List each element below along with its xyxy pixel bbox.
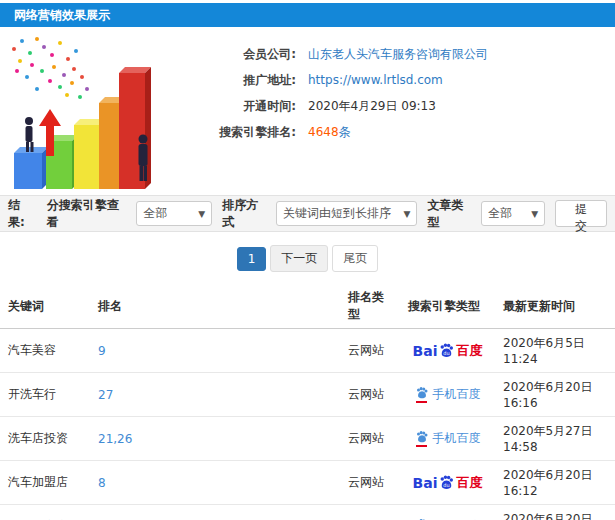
top-title-bar: 网络营销效果展示 [0,3,615,27]
rank-link[interactable]: 27 [98,388,113,402]
businessman-figure-right [139,135,148,182]
rank-type-text: 云网站 [348,431,384,445]
filter-bar: 结果: 分搜索引擎查看 全部 ▼ 排序方式 关键词由短到长排序 ▼ 文章类型 全… [0,195,615,232]
info-row-open-time: 开通时间: 2020年4月29日 09:13 [184,93,488,119]
confetti-dots [12,37,89,99]
table-row: 加盟洗车店 25,28,28 云网站 手机百度 2020年6月20日 [0,505,615,520]
baidu-logo: Bai du 百度 [413,474,483,492]
rank-count-unit: 条 [339,125,351,139]
table-row: 汽车美容 9 云网站 Bai du 百度 2020年6月5日 11:24 [0,329,615,373]
rank-count-label: 搜索引擎排名: [184,124,296,141]
column-header-keyword: 关键词 [0,284,90,329]
caret-down-icon: ▼ [531,209,538,219]
rank-count-value: 4648条 [308,124,351,141]
keyword-text: 汽车美容 [8,343,56,357]
submit-button[interactable]: 提交 [555,200,607,227]
column-header-rank: 排名 [90,284,340,329]
info-row-company: 会员公司: 山东老人头汽车服务咨询有限公司 [184,41,488,67]
rank-count-number: 4648 [308,125,339,139]
baidu-paw-icon: du [438,342,455,359]
rank-link[interactable]: 8 [98,476,106,490]
column-header-engine-type: 搜索引擎类型 [400,284,495,329]
results-table: 关键词 排名 排名类型 搜索引擎类型 最新更新时间 汽车美容 9 云网站 Bai… [0,284,615,520]
baidu-paw-icon: du [438,474,455,491]
mobile-baidu-logo: 手机百度 [415,430,481,447]
marketing-bar-chart-illustration [2,31,184,193]
company-info-panel: 会员公司: 山东老人头汽车服务咨询有限公司 推广地址: https://www.… [184,27,488,195]
table-row: 开洗车行 27 云网站 手机百度 2020年6月20日 16:16 [0,373,615,417]
bar-blue [14,147,48,189]
table-row: 汽车加盟店 8 云网站 Bai du 百度 2020年6月20日 16:12 [0,461,615,505]
sort-select[interactable]: 关键词由短到长排序 ▼ [276,201,418,226]
promo-url-link[interactable]: https://www.lrtlsd.com [308,73,443,87]
caret-down-icon: ▼ [404,209,411,219]
svg-text:du: du [444,350,450,356]
open-time-value: 2020年4月29日 09:13 [308,98,436,115]
engine-filter-select[interactable]: 全部 ▼ [136,201,212,226]
keyword-text: 开洗车行 [8,387,56,401]
mobile-baidu-paw-icon [415,386,429,400]
updated-text: 2020年6月5日 11:24 [503,336,585,366]
updated-text: 2020年6月20日 16:16 [503,380,592,410]
article-type-select[interactable]: 全部 ▼ [481,201,545,226]
updated-text: 2020年6月20日 16:12 [503,468,592,498]
column-header-rank-type: 排名类型 [340,284,400,329]
businessman-figure-left [25,117,34,152]
company-name-link[interactable]: 山东老人头汽车服务咨询有限公司 [308,46,488,63]
sort-label: 排序方式 [222,197,270,231]
table-row: 洗车店投资 21,26 云网站 手机百度 2020年5月27日 14 [0,417,615,461]
info-row-url: 推广地址: https://www.lrtlsd.com [184,67,488,93]
rank-type-text: 云网站 [348,387,384,401]
svg-text:du: du [444,482,450,488]
promo-url-label: 推广地址: [184,72,296,89]
info-row-rank-count: 搜索引擎排名: 4648条 [184,119,488,145]
pagination: 1 下一页 尾页 [0,245,615,272]
info-section: 会员公司: 山东老人头汽车服务咨询有限公司 推广地址: https://www.… [0,27,615,195]
rank-type-text: 云网站 [348,475,384,489]
open-time-label: 开通时间: [184,98,296,115]
company-label: 会员公司: [184,46,296,63]
page-title: 网络营销效果展示 [0,7,110,24]
rank-type-text: 云网站 [348,343,384,357]
caret-down-icon: ▼ [198,209,205,219]
last-page-button[interactable]: 尾页 [332,245,378,272]
article-type-label: 文章类型 [427,197,475,231]
updated-text: 2020年6月20日 16:11 [503,512,592,520]
page-button-1[interactable]: 1 [237,247,267,271]
baidu-logo: Bai du 百度 [413,342,483,360]
column-header-updated: 最新更新时间 [495,284,615,329]
rank-link[interactable]: 9 [98,344,106,358]
table-header-row: 关键词 排名 排名类型 搜索引擎类型 最新更新时间 [0,284,615,329]
next-page-button[interactable]: 下一页 [270,245,328,272]
result-label: 结果: [8,197,37,231]
red-underline [416,445,427,447]
rank-link[interactable]: 21,26 [98,432,132,446]
mobile-baidu-logo: 手机百度 [415,386,481,403]
mobile-baidu-paw-icon [415,430,429,444]
keyword-text: 汽车加盟店 [8,475,68,489]
keyword-text: 洗车店投资 [8,431,68,445]
red-underline [416,401,427,403]
updated-text: 2020年5月27日 14:58 [503,424,592,454]
filter-controls: 分搜索引擎查看 全部 ▼ 排序方式 关键词由短到长排序 ▼ 文章类型 全部 ▼ … [37,197,607,231]
engine-filter-label: 分搜索引擎查看 [47,197,131,231]
